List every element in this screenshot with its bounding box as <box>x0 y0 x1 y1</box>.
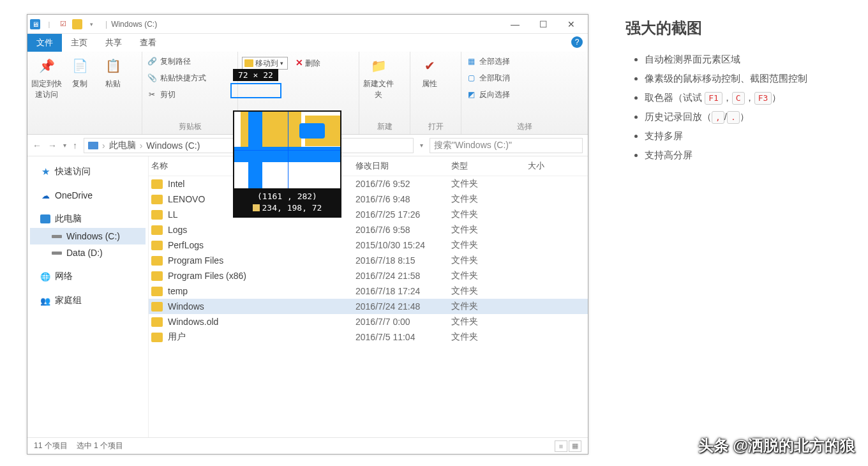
history-dropdown[interactable]: ▾ <box>63 142 66 149</box>
file-type: 文件夹 <box>451 224 528 236</box>
sidebar-item-cdrive[interactable]: Windows (C:) <box>30 228 146 244</box>
search-input[interactable]: 搜索"Windows (C:)" <box>430 138 583 153</box>
folder-icon <box>244 59 253 67</box>
file-pane: 名称 修改日期 类型 大小 Intel2016/7/6 9:52文件夹LENOV… <box>149 156 588 437</box>
sidebar-item-ddrive[interactable]: Data (D:) <box>30 244 146 261</box>
file-type: 文件夹 <box>451 270 528 282</box>
col-date[interactable]: 修改日期 <box>355 160 451 172</box>
paste-shortcut-button[interactable]: 📎粘贴快捷方式 <box>146 72 206 84</box>
folder-icon <box>151 256 163 266</box>
sidebar-item-quick-access[interactable]: ★快速访问 <box>30 163 146 181</box>
col-size[interactable]: 大小 <box>528 160 585 172</box>
file-type: 文件夹 <box>451 209 528 220</box>
disk-icon <box>52 252 62 255</box>
view-details-button[interactable]: ≡ <box>555 440 567 452</box>
status-bar: 11 个项目 选中 1 个项目 ≡ ▦ <box>27 437 588 454</box>
file-date: 2016/7/7 0:00 <box>355 317 451 327</box>
new-folder-button[interactable]: 📁 新建文件夹 <box>363 54 394 100</box>
file-date: 2016/7/6 9:58 <box>355 225 451 235</box>
column-headers[interactable]: 名称 修改日期 类型 大小 <box>149 156 588 176</box>
file-type: 文件夹 <box>451 239 528 251</box>
x-icon: ✕ <box>296 57 303 68</box>
star-icon: ★ <box>40 167 50 176</box>
monitor-icon <box>40 214 50 223</box>
sidebar-item-onedrive[interactable]: ☁OneDrive <box>30 187 146 204</box>
feature-list: 自动检测界面元素区域 像素级的鼠标移动控制、截图范围控制 取色器（试试 F1，C… <box>625 50 855 165</box>
system-icon: 🖥 <box>30 19 40 29</box>
table-row[interactable]: Program Files (x86)2016/7/24 21:58文件夹 <box>149 268 588 283</box>
table-row[interactable]: temp2016/7/18 17:24文件夹 <box>149 283 588 299</box>
maximize-button[interactable]: ☐ <box>529 15 557 33</box>
table-row[interactable]: Program Files2016/7/18 8:15文件夹 <box>149 253 588 268</box>
file-date: 2016/7/18 8:15 <box>355 255 451 266</box>
group-open-label: 打开 <box>414 119 457 134</box>
pin-to-quick-button[interactable]: 📌 固定到快速访问 <box>31 54 62 100</box>
feature-item: 支持多屏 <box>645 126 855 146</box>
tab-view[interactable]: 查看 <box>131 34 165 52</box>
tab-file[interactable]: 文件 <box>27 34 62 52</box>
refresh-button[interactable]: ▾ <box>420 142 423 149</box>
file-date: 2015/10/30 15:24 <box>355 240 451 250</box>
copy-path-button[interactable]: 🔗复制路径 <box>146 56 191 67</box>
homegroup-icon: 👥 <box>40 296 50 305</box>
file-name: Program Files <box>168 255 355 266</box>
view-large-button[interactable]: ▦ <box>569 440 581 452</box>
file-date: 2016/7/24 21:48 <box>355 301 451 312</box>
select-all-icon: ▦ <box>465 56 477 67</box>
table-row[interactable]: Windows2016/7/24 21:48文件夹 <box>149 299 588 314</box>
sidebar-item-network[interactable]: 🌐网络 <box>30 267 146 285</box>
file-type: 文件夹 <box>451 178 528 190</box>
title-bar: 🖥 | ☑ ▾ | Windows (C:) — ☐ ✕ <box>27 15 588 34</box>
table-row[interactable]: 用户2016/7/5 11:04文件夹 <box>149 329 588 345</box>
snipaste-overlay: 72 × 22 (1161 , 282) 234, 198, 72 <box>233 69 341 218</box>
copy-icon: 📄 <box>70 56 90 76</box>
sidebar: ★快速访问 ☁OneDrive 此电脑 Windows (C:) Data (D… <box>27 156 149 437</box>
file-type: 文件夹 <box>451 285 528 297</box>
file-date: 2016/7/6 9:48 <box>355 194 451 204</box>
delete-button[interactable]: ✕ 删除 <box>296 57 320 69</box>
paste-icon: 📋 <box>103 56 123 76</box>
breadcrumb-drive[interactable]: Windows (C:) <box>146 140 200 151</box>
select-all-button[interactable]: ▦全部选择 <box>465 56 510 67</box>
table-row[interactable]: Intel2016/7/6 9:52文件夹 <box>149 176 588 192</box>
folder-icon <box>151 317 163 327</box>
table-row[interactable]: Windows.old2016/7/7 0:00文件夹 <box>149 314 588 329</box>
select-none-button[interactable]: ▢全部取消 <box>465 72 510 84</box>
table-row[interactable]: LENOVO2016/7/6 9:48文件夹 <box>149 192 588 207</box>
col-type[interactable]: 类型 <box>451 160 528 172</box>
move-to-button[interactable]: 移动到▾ <box>242 57 288 70</box>
file-date: 2016/7/6 9:52 <box>355 179 451 189</box>
qat-properties-icon[interactable]: ☑ <box>58 19 68 29</box>
breadcrumb-pc[interactable]: 此电脑 <box>109 140 136 151</box>
magnifier-zoom <box>234 112 340 188</box>
folder-icon <box>151 333 163 342</box>
status-selection: 选中 1 个项目 <box>77 440 123 451</box>
group-select-label: 选择 <box>465 119 584 134</box>
invert-icon: ◩ <box>465 89 477 100</box>
close-button[interactable]: ✕ <box>557 15 585 33</box>
sidebar-item-homegroup[interactable]: 👥家庭组 <box>30 292 146 310</box>
help-icon[interactable]: ? <box>571 36 583 48</box>
sidebar-item-thispc[interactable]: 此电脑 <box>30 210 146 228</box>
pc-icon <box>88 142 98 149</box>
tab-share[interactable]: 共享 <box>96 34 131 52</box>
cut-button[interactable]: ✂剪切 <box>146 89 176 100</box>
table-row[interactable]: Logs2016/7/6 9:58文件夹 <box>149 222 588 237</box>
feature-item: 像素级的鼠标移动控制、截图范围控制 <box>645 69 855 88</box>
properties-button[interactable]: ✔ 属性 <box>414 54 445 89</box>
up-button[interactable]: ↑ <box>73 140 77 151</box>
qat-folder-icon[interactable] <box>72 19 82 29</box>
copy-button[interactable]: 📄 复制 <box>64 54 95 89</box>
table-row[interactable]: PerfLogs2015/10/30 15:24文件夹 <box>149 237 588 253</box>
invert-selection-button[interactable]: ◩反向选择 <box>465 89 510 100</box>
file-date: 2016/7/25 17:26 <box>355 209 451 220</box>
table-row[interactable]: LL2016/7/25 17:26文件夹 <box>149 207 588 222</box>
forward-button[interactable]: → <box>48 140 57 151</box>
chevron-down-icon: ▾ <box>280 60 283 66</box>
minimize-button[interactable]: — <box>501 15 529 33</box>
qat-dropdown-icon[interactable]: ▾ <box>86 19 96 29</box>
tab-home[interactable]: 主页 <box>62 34 96 52</box>
back-button[interactable]: ← <box>33 140 41 151</box>
cloud-icon: ☁ <box>40 191 50 200</box>
paste-button[interactable]: 📋 粘贴 <box>98 54 128 89</box>
